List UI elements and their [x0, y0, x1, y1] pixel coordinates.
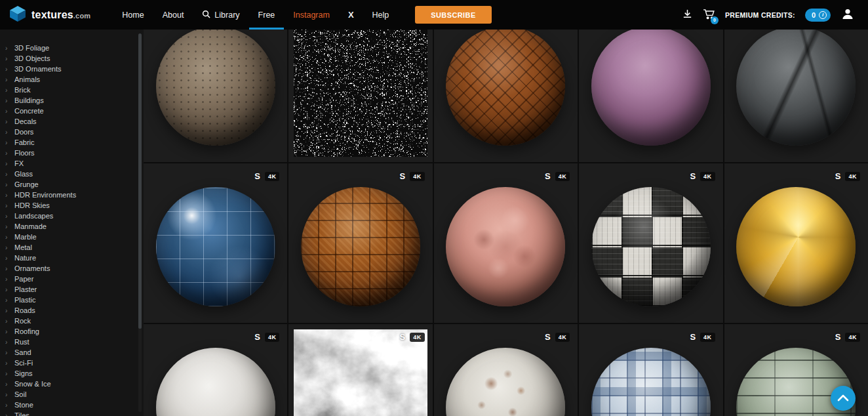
- sidebar-item-3d-foliage[interactable]: ›3D Foliage: [0, 43, 144, 53]
- sidebar-item-plaster[interactable]: ›Plaster: [0, 284, 144, 295]
- tile-badges: S4K: [545, 171, 570, 181]
- plaid-fabric-preview: [591, 348, 711, 416]
- nav-item-instagram[interactable]: Instagram: [284, 0, 339, 30]
- texture-tile-flesh[interactable]: S4K: [434, 163, 578, 323]
- category-label: Sand: [14, 348, 31, 356]
- sidebar-item-landscapes[interactable]: ›Landscapes: [0, 211, 144, 221]
- sidebar-item-paper[interactable]: ›Paper: [0, 274, 144, 284]
- nav-item-help[interactable]: Help: [363, 0, 399, 30]
- chevron-up-icon: [837, 394, 849, 404]
- sidebar-item-brick[interactable]: ›Brick: [0, 85, 144, 95]
- chevron-right-icon: ›: [5, 255, 10, 262]
- badge-4k: 4K: [700, 172, 715, 181]
- chevron-right-icon: ›: [5, 328, 10, 335]
- substance-icon: S: [835, 332, 841, 342]
- sidebar-item-sand[interactable]: ›Sand: [0, 347, 144, 358]
- moon-rock-preview: [156, 26, 275, 146]
- account-button[interactable]: [840, 7, 855, 23]
- sidebar-item-buildings[interactable]: ›Buildings: [0, 95, 144, 106]
- sidebar-item-marble[interactable]: ›Marble: [0, 232, 144, 242]
- category-label: Doors: [14, 128, 33, 136]
- category-label: Fabric: [14, 138, 35, 146]
- category-label: Landscapes: [14, 212, 53, 220]
- brand-logo[interactable]: textures.com: [9, 5, 90, 25]
- sidebar-item-stone[interactable]: ›Stone: [0, 400, 144, 410]
- cube-logo-icon: [9, 5, 26, 25]
- sidebar-item-grunge[interactable]: ›Grunge: [0, 179, 144, 190]
- sidebar-item-floors[interactable]: ›Floors: [0, 148, 144, 158]
- category-label: Floors: [14, 149, 35, 157]
- sidebar-item-glass[interactable]: ›Glass: [0, 169, 144, 179]
- badge-4k: 4K: [845, 172, 860, 181]
- sidebar-item-ornaments[interactable]: ›Ornaments: [0, 263, 144, 274]
- texture-tile-grunge-concrete[interactable]: S4K: [288, 324, 432, 416]
- sidebar-scrollbar[interactable]: [138, 33, 142, 412]
- category-label: 3D Ornaments: [14, 65, 62, 73]
- category-label: Decals: [14, 117, 37, 125]
- texture-tile-rust-spotted-plaster[interactable]: S4K: [434, 324, 578, 416]
- nav-item-free[interactable]: Free: [249, 0, 285, 30]
- sidebar-item-concrete[interactable]: ›Concrete: [0, 106, 144, 116]
- nav-item-about[interactable]: About: [153, 0, 193, 30]
- texture-tile-geometric-tiles[interactable]: S4K: [579, 163, 722, 323]
- sidebar-item-hdr-environments[interactable]: ›HDR Environments: [0, 190, 144, 200]
- sidebar-item-metal[interactable]: ›Metal: [0, 242, 144, 253]
- nav-item-home[interactable]: Home: [113, 0, 153, 30]
- sidebar-item-tiles[interactable]: ›Tiles: [0, 410, 144, 416]
- chevron-right-icon: ›: [5, 349, 10, 356]
- purple-leather-preview: [591, 26, 711, 146]
- badge-4k: 4K: [265, 333, 280, 342]
- premium-credits-label: PREMIUM CREDITS:: [725, 11, 795, 19]
- sidebar-item-signs[interactable]: ›Signs: [0, 368, 144, 379]
- subscribe-button[interactable]: SUBSCRIBE: [415, 6, 491, 24]
- nav-item-library[interactable]: Library: [193, 0, 248, 30]
- texture-tile-wood-parquet[interactable]: S4K: [288, 163, 432, 323]
- sidebar-item-3d-objects[interactable]: ›3D Objects: [0, 53, 144, 64]
- tile-badges: S4K: [545, 332, 570, 342]
- download-button[interactable]: [682, 9, 693, 22]
- sidebar-item-doors[interactable]: ›Doors: [0, 127, 144, 137]
- sidebar-item-fabric[interactable]: ›Fabric: [0, 137, 144, 148]
- sidebar-item-rock[interactable]: ›Rock: [0, 316, 144, 326]
- tile-badges: S4K: [690, 171, 715, 181]
- chevron-right-icon: ›: [5, 360, 10, 367]
- category-label: Plaster: [14, 285, 37, 293]
- category-label: Signs: [14, 369, 33, 377]
- sidebar-item-animals[interactable]: ›Animals: [0, 74, 144, 85]
- info-icon[interactable]: i: [819, 11, 827, 19]
- scroll-to-top-button[interactable]: [831, 386, 856, 411]
- sidebar-item-hdr-skies[interactable]: ›HDR Skies: [0, 200, 144, 211]
- substance-icon: S: [545, 171, 551, 181]
- sidebar-item-soil[interactable]: ›Soil: [0, 389, 144, 400]
- sidebar-item-decals[interactable]: ›Decals: [0, 116, 144, 127]
- dark-rock-preview: [736, 26, 856, 146]
- texture-tile-gold-foil[interactable]: S4K: [724, 163, 868, 323]
- texture-tile-white-plaster[interactable]: S4K: [144, 324, 287, 416]
- chevron-right-icon: ›: [5, 192, 10, 199]
- texture-tile-solar-panel[interactable]: S4K: [144, 163, 287, 323]
- sidebar-item-nature[interactable]: ›Nature: [0, 253, 144, 263]
- substance-icon: S: [690, 332, 696, 342]
- sidebar-item-3d-ornaments[interactable]: ›3D Ornaments: [0, 64, 144, 74]
- sidebar-item-roads[interactable]: ›Roads: [0, 305, 144, 316]
- tile-badges: S4K: [400, 171, 425, 181]
- sidebar-item-manmade[interactable]: ›Manmade: [0, 221, 144, 232]
- premium-credits-pill[interactable]: 0 i: [805, 9, 831, 22]
- cart-button[interactable]: 0: [703, 9, 715, 22]
- tile-badges: S4K: [690, 332, 715, 342]
- nav-item-x[interactable]: X: [339, 0, 363, 30]
- chevron-right-icon: ›: [5, 87, 10, 94]
- texture-tile-plaid-fabric[interactable]: S4K: [579, 324, 722, 416]
- chevron-right-icon: ›: [5, 66, 10, 73]
- scrollbar-thumb[interactable]: [138, 33, 142, 329]
- sidebar-item-sci-fi[interactable]: ›Sci-Fi: [0, 358, 144, 368]
- category-label: Paper: [14, 275, 33, 283]
- sidebar-item-roofing[interactable]: ›Roofing: [0, 326, 144, 337]
- brand-name: textures.com: [31, 9, 90, 21]
- sidebar-item-snow-ice[interactable]: ›Snow & Ice: [0, 379, 144, 389]
- sidebar-item-plastic[interactable]: ›Plastic: [0, 295, 144, 305]
- sidebar-item-rust[interactable]: ›Rust: [0, 337, 144, 347]
- sidebar-item-fx[interactable]: ›FX: [0, 158, 144, 169]
- chevron-right-icon: ›: [5, 244, 10, 251]
- category-label: Glass: [14, 170, 33, 178]
